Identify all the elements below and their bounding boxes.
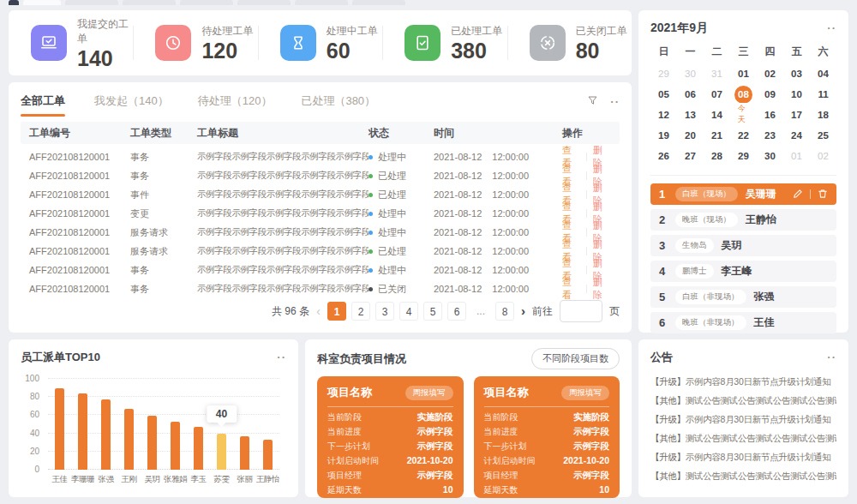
browser-tab[interactable] — [65, 0, 118, 5]
calendar-date[interactable]: 19 — [650, 125, 677, 146]
more-icon[interactable]: ·· — [610, 98, 620, 106]
page-button[interactable]: 8 — [495, 302, 514, 321]
page-button[interactable]: 6 — [447, 302, 466, 321]
bar[interactable] — [194, 427, 203, 470]
calendar-date[interactable]: 26 — [650, 146, 677, 166]
calendar-date[interactable]: 21 — [704, 125, 730, 146]
trash-icon[interactable] — [818, 187, 828, 202]
browser-tab[interactable] — [237, 0, 291, 5]
more-icon[interactable]: ·· — [827, 24, 836, 33]
calendar-date[interactable]: 27 — [677, 146, 704, 166]
duty-row[interactable]: 6 晚班（非现场） 王佳 — [650, 312, 836, 333]
stat-card-processing[interactable]: 处理中工单 60 — [258, 10, 382, 75]
goto-page-input[interactable] — [560, 300, 602, 322]
page-button[interactable]: 3 — [375, 302, 394, 321]
stage-count-button[interactable]: 不同阶段项目数 — [531, 348, 620, 369]
bar[interactable] — [147, 416, 157, 470]
stat-card-closed[interactable]: 已关闭工单 80 — [507, 10, 632, 75]
project-card[interactable]: 项目名称 周报填写 当前阶段 实施阶段 当前进度 示例字段 — [474, 376, 620, 498]
calendar-date[interactable]: 31 — [704, 63, 730, 84]
duty-row[interactable]: 1 白班（现场） 吴珊珊 — [650, 183, 836, 205]
calendar-date[interactable]: 02 — [757, 63, 783, 84]
calendar-date[interactable]: 14 — [704, 105, 730, 125]
page-button[interactable]: 5 — [423, 302, 442, 321]
calendar-date[interactable]: 02 — [810, 146, 836, 166]
calendar-date[interactable]: 13 — [677, 105, 704, 125]
next-page-icon[interactable]: › — [521, 303, 525, 320]
announcement-item[interactable]: 【升级】示例内容8月30日新节点升级计划通知 — [650, 372, 836, 391]
stat-card-submitted[interactable]: 我提交的工单 140 — [9, 10, 133, 75]
bar[interactable] — [240, 436, 249, 470]
calendar-date[interactable]: 08 今天 — [730, 84, 757, 105]
bar-王佳[interactable]: 王佳 — [48, 379, 71, 470]
announcement-item[interactable]: 【其他】测试公告测试公告测试公告测试公告测试公告 — [650, 466, 836, 485]
bar-吴玥[interactable]: 吴玥 — [141, 379, 164, 470]
duty-row[interactable]: 2 晚班（现场） 王静怡 — [650, 209, 836, 231]
page-button[interactable]: 1 — [327, 302, 346, 321]
workorder-tab[interactable]: 我发起（140） — [94, 91, 169, 117]
calendar-date[interactable]: 03 — [783, 63, 810, 84]
calendar-date[interactable]: 20 — [677, 125, 704, 146]
announcement-item[interactable]: 【其他】测试公告测试公告测试公告测试公告测试公告 — [650, 391, 836, 410]
page-button[interactable]: 2 — [351, 302, 370, 321]
announcement-item[interactable]: 【升级】示例内容8月30日新节点升级计划通知 — [650, 410, 836, 429]
browser-tab[interactable] — [352, 0, 405, 5]
bar[interactable] — [55, 388, 64, 470]
delete-link[interactable]: 删除 — [593, 276, 611, 302]
bar-苏雯[interactable]: 苏雯40 — [210, 379, 233, 470]
browser-tab[interactable] — [9, 0, 19, 5]
bar-王刚[interactable]: 王刚 — [117, 379, 141, 470]
edit-icon[interactable] — [793, 187, 803, 202]
calendar-date[interactable]: 05 — [650, 84, 677, 105]
calendar-date[interactable]: 16 — [757, 105, 783, 125]
calendar-date[interactable]: 07 — [704, 84, 730, 105]
calendar-date[interactable]: 24 — [783, 125, 810, 146]
workorder-tab[interactable]: 已处理（380） — [301, 91, 375, 117]
stat-card-processed[interactable]: 已处理工单 380 — [382, 10, 506, 75]
duty-row[interactable]: 3 生物岛 吴玥 — [650, 235, 836, 256]
calendar-date[interactable]: 29 — [730, 146, 757, 166]
browser-tab[interactable] — [23, 0, 61, 5]
duty-row[interactable]: 5 白班（非现场） 张强 — [650, 286, 836, 308]
browser-tab[interactable] — [295, 0, 348, 5]
calendar-date[interactable]: 01 — [783, 146, 810, 166]
page-button[interactable]: 4 — [399, 302, 418, 321]
bar[interactable] — [171, 422, 180, 470]
weekly-report-badge[interactable]: 周报填写 — [561, 386, 609, 400]
bar[interactable] — [263, 440, 273, 470]
calendar-date[interactable]: 29 — [650, 63, 677, 84]
calendar-date[interactable]: 04 — [810, 63, 836, 84]
calendar-date[interactable]: 30 — [677, 63, 704, 84]
filter-icon[interactable] — [587, 94, 598, 110]
prev-page-icon[interactable]: ‹ — [316, 303, 321, 320]
more-icon[interactable]: ·· — [827, 353, 836, 362]
weekly-report-badge[interactable]: 周报填写 — [405, 386, 453, 400]
calendar-date[interactable]: 25 — [810, 125, 836, 146]
calendar-date[interactable]: 18 — [810, 105, 836, 125]
project-card[interactable]: 项目名称 周报填写 当前阶段 实施阶段 当前进度 示例字段 — [317, 376, 464, 498]
workorder-tab[interactable]: 待处理（120） — [198, 91, 273, 117]
calendar-date[interactable]: 17 — [783, 105, 810, 125]
duty-row[interactable]: 4 鹏博士 李王峰 — [650, 261, 836, 282]
page-button[interactable]: ... — [471, 302, 490, 321]
calendar-date[interactable]: 22 — [730, 125, 757, 146]
calendar-date[interactable]: 28 — [704, 146, 730, 166]
bar[interactable] — [78, 393, 87, 470]
calendar-date[interactable]: 12 — [650, 105, 677, 125]
stat-card-pending[interactable]: 待处理工单 120 — [133, 10, 257, 75]
calendar-date[interactable]: 10 — [783, 84, 810, 105]
bar-李玉[interactable]: 李玉 — [187, 379, 210, 470]
more-icon[interactable]: ·· — [277, 353, 286, 362]
calendar-date[interactable]: 30 — [757, 146, 783, 166]
browser-tab[interactable] — [180, 0, 233, 5]
bar-张丽[interactable]: 张丽 — [233, 379, 256, 470]
calendar-date[interactable]: 09 — [757, 84, 783, 105]
bar-张强[interactable]: 张强 — [94, 379, 117, 470]
calendar-date[interactable]: 23 — [757, 125, 783, 146]
bar-张雅娟[interactable]: 张雅娟 — [164, 379, 187, 470]
bar-李珊珊[interactable]: 李珊珊 — [71, 379, 94, 470]
announcement-item[interactable]: 【其他】测试公告测试公告测试公告测试公告测试公告 — [650, 429, 836, 447]
bar[interactable] — [217, 434, 226, 470]
workorder-tab[interactable]: 全部工单 — [21, 91, 65, 117]
bar[interactable] — [124, 409, 134, 470]
